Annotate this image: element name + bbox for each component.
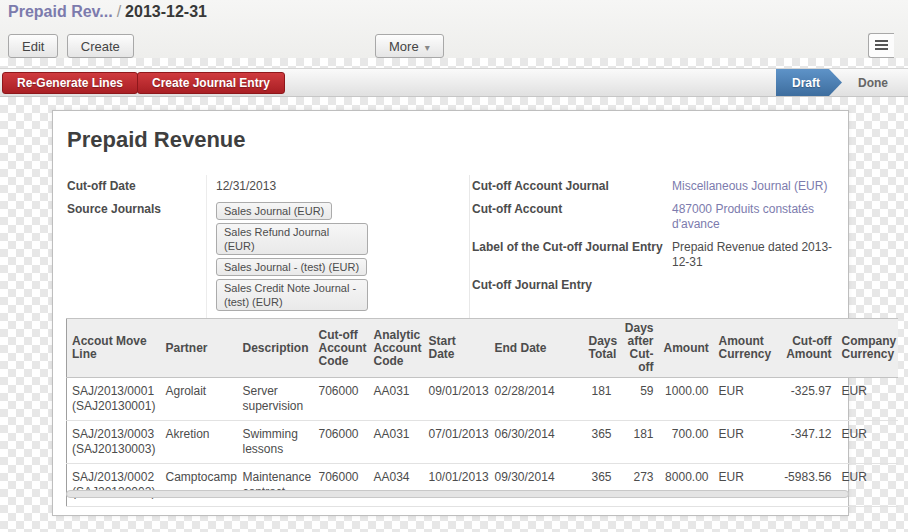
table-cell: Server supervision (238, 378, 314, 421)
field-label: Cut-off Date (67, 175, 206, 198)
field-value-link[interactable]: 487000 Produits constatés d'avance (672, 198, 837, 236)
table-cell: SAJ/2013/0002 (SAJ20130002) (67, 464, 161, 507)
table-cell: SAJ/2013/0003 (SAJ20130003) (67, 421, 161, 464)
status-done: Done (844, 69, 902, 96)
table-cell: Camptocamp (161, 464, 238, 507)
table-cell: 181 (617, 421, 659, 464)
main-content: Prepaid Revenue Cut-off Date12/31/2013So… (0, 97, 908, 532)
create-journal-entry-button[interactable]: Create Journal Entry (137, 72, 285, 94)
create-button[interactable]: Create (67, 34, 134, 58)
chevron-down-icon: ▾ (425, 42, 430, 53)
field-value-link[interactable]: Miscellaneous Journal (EUR) (672, 175, 837, 198)
field-label: Cut-off Account (472, 198, 672, 236)
table-cell: -5983.56 (774, 464, 837, 507)
column-header: Partner (161, 319, 238, 378)
table-cell: -325.97 (774, 378, 837, 421)
more-button-label: More (389, 39, 419, 54)
field-value-tags: Sales Journal (EUR)Sales Refund Journal … (206, 198, 469, 315)
column-header: Amount Currency (714, 319, 774, 378)
breadcrumb-parent[interactable]: Prepaid Rev... (8, 3, 113, 20)
table-row[interactable]: SAJ/2013/0003 (SAJ20130003)AkretionSwimm… (67, 421, 898, 464)
field-group-left: Cut-off Date12/31/2013Source JournalsSal… (67, 175, 469, 338)
table-cell: EUR (837, 378, 898, 421)
column-header: Cut-off Amount (774, 319, 837, 378)
table-cell: EUR (714, 378, 774, 421)
column-header: Days Total (584, 319, 617, 378)
table-cell: AA031 (369, 421, 424, 464)
column-header: Amount (659, 319, 714, 378)
table-cell: 706000 (314, 421, 369, 464)
table-cell: EUR (837, 464, 898, 507)
table-cell: SAJ/2013/0001 (SAJ20130001) (67, 378, 161, 421)
breadcrumb-separator: / (113, 3, 125, 20)
regenerate-lines-button[interactable]: Re-Generate Lines (2, 72, 138, 94)
field-label: Cut-off Journal Entry (472, 274, 672, 297)
field-label: Cut-off Account Journal (472, 175, 672, 198)
table-cell: Maintenance contract (238, 464, 314, 507)
column-header: End Date (490, 319, 584, 378)
field-value: 12/31/2013 (206, 175, 469, 198)
journal-tags: Sales Journal (EUR)Sales Refund Journal … (216, 202, 468, 311)
table-cell: 06/30/2014 (490, 421, 584, 464)
cutoff-lines-table: Accout Move LinePartnerDescriptionCut-of… (66, 318, 898, 507)
journal-tag: Sales Credit Note Journal - (test) (EUR) (216, 279, 368, 311)
table-cell: 10/01/2013 (424, 464, 490, 507)
journal-tag: Sales Refund Journal (EUR) (216, 223, 368, 255)
table-cell: 1000.00 (659, 378, 714, 421)
breadcrumb-current: 2013-12-31 (125, 3, 207, 20)
table-cell: AA031 (369, 378, 424, 421)
table-cell: 09/01/2013 (424, 378, 490, 421)
table-cell: AA034 (369, 464, 424, 507)
header: Prepaid Rev.../2013-12-31 Edit Create Mo… (0, 0, 908, 58)
horizontal-scrollbar[interactable] (66, 490, 849, 498)
column-header: Description (238, 319, 314, 378)
edit-button[interactable]: Edit (8, 34, 58, 58)
more-menu: More▾ (375, 34, 444, 58)
field-groups: Cut-off Date12/31/2013Source JournalsSal… (67, 175, 837, 338)
table-row[interactable]: SAJ/2013/0001 (SAJ20130001)AgrolaitServe… (67, 378, 898, 421)
page-title: Prepaid Revenue (67, 127, 246, 153)
column-header: Accout Move Line (67, 319, 161, 378)
table-cell: 273 (617, 464, 659, 507)
view-switcher (868, 33, 894, 58)
table-cell: 365 (584, 464, 617, 507)
breadcrumb: Prepaid Rev.../2013-12-31 (8, 3, 207, 21)
table-cell: EUR (714, 464, 774, 507)
table-cell: 59 (617, 378, 659, 421)
table-cell: -347.12 (774, 421, 837, 464)
column-header: Company Currency (837, 319, 898, 378)
table-cell: 706000 (314, 378, 369, 421)
field-value (672, 274, 837, 297)
column-header: Analytic Account Code (369, 319, 424, 378)
table-cell: EUR (837, 421, 898, 464)
field-label: Source Journals (67, 198, 206, 315)
table-cell: 700.00 (659, 421, 714, 464)
table-header-row: Accout Move LinePartnerDescriptionCut-of… (67, 319, 898, 378)
column-header: Start Date (424, 319, 490, 378)
table-cell: 365 (584, 421, 617, 464)
table-cell: 02/28/2014 (490, 378, 584, 421)
form-buttons: Edit Create (8, 34, 139, 58)
table-cell: 706000 (314, 464, 369, 507)
journal-tag: Sales Journal - (test) (EUR) (216, 258, 367, 276)
table-row[interactable]: SAJ/2013/0002 (SAJ20130002)CamptocampMai… (67, 464, 898, 507)
table-cell: 8000.00 (659, 464, 714, 507)
table-cell: 181 (584, 378, 617, 421)
column-header: Days after Cut-off (617, 319, 659, 378)
list-view-button[interactable] (868, 33, 894, 58)
field-value: Prepaid Revenue dated 2013-12-31 (672, 236, 837, 274)
more-button[interactable]: More▾ (375, 34, 444, 58)
app-root: Prepaid Rev.../2013-12-31 Edit Create Mo… (0, 0, 908, 532)
table-cell: 07/01/2013 (424, 421, 490, 464)
table-cell: Akretion (161, 421, 238, 464)
table-cell: 09/30/2014 (490, 464, 584, 507)
table-cell: Swimming lessons (238, 421, 314, 464)
field-group-right: Cut-off Account JournalMiscellaneous Jou… (469, 175, 837, 338)
transparent-gap (0, 58, 908, 68)
column-header: Cut-off Account Code (314, 319, 369, 378)
action-bar: Re-Generate Lines Create Journal Entry D… (0, 68, 908, 97)
list-view-icon (875, 40, 888, 51)
table-cell: Agrolait (161, 378, 238, 421)
journal-tag: Sales Journal (EUR) (216, 202, 332, 220)
table-cell: EUR (714, 421, 774, 464)
